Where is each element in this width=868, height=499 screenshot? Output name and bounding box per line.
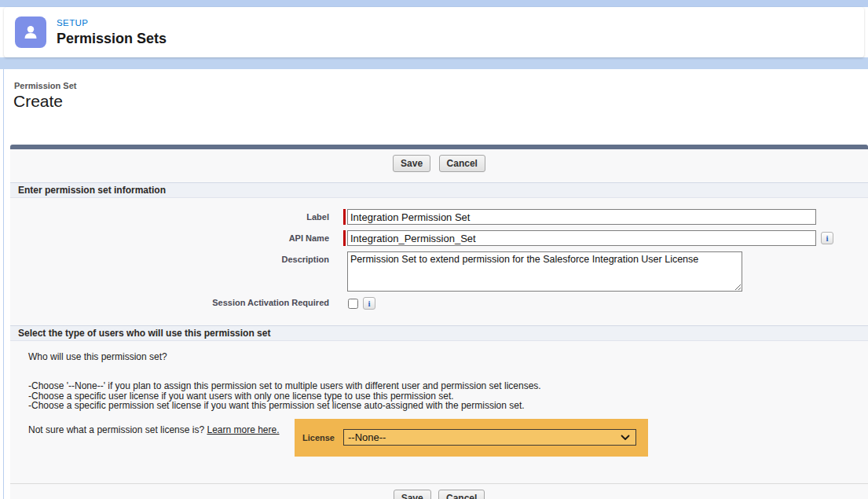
session-activation-row: Session Activation Required i <box>10 297 868 310</box>
help-text: Not sure what a permission set license i… <box>28 424 204 435</box>
license-select[interactable]: --None-- <box>343 429 636 446</box>
setup-eyebrow: SETUP <box>57 17 167 28</box>
page-title: Create <box>13 92 868 111</box>
session-activation-label: Session Activation Required <box>10 297 343 307</box>
top-button-row: Save Cancel <box>10 149 868 182</box>
label-field-cell <box>343 209 816 225</box>
info-icon[interactable]: i <box>363 297 375 310</box>
page-head: Permission Set Create <box>10 81 868 111</box>
description-field-cell: Permission Set to extend permission for … <box>343 251 742 292</box>
label-input[interactable] <box>347 209 816 225</box>
learn-more-link[interactable]: Learn more here. <box>207 424 279 435</box>
setup-header: SETUP Permission Sets <box>4 7 864 57</box>
section-body-info: Label API Name i Description Permission … <box>10 198 868 325</box>
divider-strip <box>0 57 868 69</box>
main-content: Permission Set Create Save Cancel Enter … <box>3 69 868 499</box>
choice-permission-set-license: -Choose a specific permission set licens… <box>28 401 868 411</box>
license-help-text: Not sure what a permission set license i… <box>28 424 280 435</box>
license-selected-value: --None-- <box>348 431 386 443</box>
api-name-field-label: API Name <box>10 230 343 243</box>
save-button[interactable]: Save <box>394 490 431 499</box>
cancel-button[interactable]: Cancel <box>438 490 485 499</box>
who-will-use-question: Who will use this permission set? <box>28 351 868 362</box>
description-field-label: Description <box>10 251 343 264</box>
api-name-field-row: API Name i <box>10 230 868 246</box>
top-strip <box>0 0 868 7</box>
chevron-down-icon <box>621 435 630 441</box>
permission-set-form: Save Cancel Enter permission set informa… <box>10 145 868 499</box>
session-activation-cell: i <box>343 297 375 310</box>
license-highlight-box: License --None-- <box>295 419 648 457</box>
required-indicator <box>343 209 346 225</box>
description-field-row: Description Permission Set to extend per… <box>10 251 868 292</box>
info-icon[interactable]: i <box>821 232 833 244</box>
bottom-button-row: Save Cancel <box>10 483 868 499</box>
label-field-label: Label <box>10 209 343 222</box>
page-subtitle: Permission Set <box>14 81 868 90</box>
choice-guidance: -Choose '--None--' if you plan to assign… <box>10 381 868 411</box>
license-row: Not sure what a permission set license i… <box>10 419 868 466</box>
header-text: SETUP Permission Sets <box>57 17 167 47</box>
permission-sets-user-icon <box>15 17 46 48</box>
save-button[interactable]: Save <box>393 155 430 172</box>
label-field-row: Label <box>10 209 868 225</box>
api-name-input[interactable] <box>347 230 816 246</box>
description-textarea[interactable]: Permission Set to extend permission for … <box>347 251 742 292</box>
app-title: Permission Sets <box>57 30 167 47</box>
required-indicator <box>343 230 346 246</box>
section-heading-users: Select the type of users who will use th… <box>10 325 868 341</box>
api-name-field-cell: i <box>343 230 833 246</box>
license-field-label: License <box>302 433 343 442</box>
user-icon <box>21 23 40 42</box>
section-heading-info: Enter permission set information <box>10 182 868 198</box>
cancel-button[interactable]: Cancel <box>439 155 485 172</box>
section-body-users: Who will use this permission set? -Choos… <box>10 341 868 499</box>
session-activation-checkbox[interactable] <box>348 299 358 309</box>
choice-none: -Choose '--None--' if you plan to assign… <box>28 381 868 391</box>
